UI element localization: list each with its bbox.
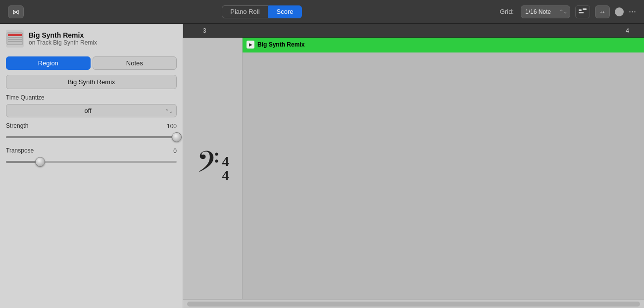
time-quantize-select[interactable]: off 1/4 1/8 1/16 [6, 104, 177, 117]
left-panel: Big Synth Remix on Track Big Synth Remix… [0, 24, 183, 308]
piano-roll-button[interactable]: Piano Roll [222, 5, 268, 18]
transpose-label: Transpose [6, 147, 34, 154]
grid-label: Grid: [500, 8, 514, 15]
time-sig-top: 4 [222, 154, 229, 168]
grid-select-wrapper: 1/4 Note 1/8 Note 1/16 Note 1/32 Note ⌃⌄ [521, 5, 570, 18]
svg-rect-0 [579, 9, 582, 11]
ruler: 3 4 [183, 24, 644, 38]
tab-row: Region Notes [6, 56, 177, 70]
pin-button[interactable]: ⋈ [8, 5, 24, 18]
region-info: Big Synth Remix on Track Big Synth Remix [6, 30, 177, 51]
top-toolbar: ⋈ Piano Roll Score Grid: 1/4 Note 1/8 No… [0, 0, 644, 24]
transpose-slider-container [6, 157, 177, 167]
transpose-header: Transpose 0 [6, 147, 177, 155]
toolbar-center: Piano Roll Score [222, 5, 301, 18]
region-play-icon: ▶ [247, 41, 254, 49]
strength-slider-fill [6, 136, 177, 138]
name-button[interactable]: Big Synth Remix [6, 75, 177, 89]
ruler-marker-3: 3 [203, 27, 206, 34]
resize-notes-icon [578, 7, 587, 16]
svg-rect-4 [8, 34, 22, 36]
time-sig-bottom: 4 [222, 168, 229, 182]
toolbar-left: ⋈ [8, 5, 24, 18]
transpose-slider-thumb[interactable] [35, 157, 45, 167]
region-subtitle: on Track Big Synth Remix [29, 39, 97, 46]
score-area: 3 4 𝄢 4 4 ▶ Big Synth Remix [183, 24, 644, 308]
tab-notes-button[interactable]: Notes [93, 56, 177, 70]
strength-slider-track [6, 136, 177, 138]
bottom-scrollbar [183, 299, 644, 308]
score-row: 𝄢 4 4 ▶ Big Synth Remix [183, 38, 644, 299]
region-title: Big Synth Remix [29, 31, 97, 39]
region-header-bar: ▶ Big Synth Remix [243, 38, 644, 51]
strength-value: 100 [167, 123, 177, 130]
expand-icon: ↔ [599, 8, 606, 16]
tab-region-button[interactable]: Region [6, 56, 91, 70]
strength-row: Strength 100 [6, 122, 177, 142]
region-name-label: Big Synth Remix [257, 41, 304, 48]
scrollbar-track[interactable] [187, 302, 640, 307]
score-content[interactable] [243, 51, 644, 52]
time-quantize-select-wrapper: off 1/4 1/8 1/16 ⌃⌄ [6, 104, 177, 117]
clef-margin: 𝄢 4 4 [183, 38, 243, 299]
circle-button[interactable] [615, 7, 624, 16]
ruler-marker-4: 4 [626, 27, 629, 34]
more-options-button[interactable]: ··· [629, 6, 636, 17]
region-text: Big Synth Remix on Track Big Synth Remix [29, 31, 97, 46]
pin-icon: ⋈ [12, 8, 19, 16]
transpose-value: 0 [173, 148, 177, 154]
region-icon [6, 30, 24, 48]
strength-label: Strength [6, 122, 28, 129]
time-signature: 4 4 [222, 154, 229, 182]
main-content: Big Synth Remix on Track Big Synth Remix… [0, 24, 644, 308]
time-quantize-row: Time Quantize off 1/4 1/8 1/16 ⌃⌄ [6, 94, 177, 117]
grid-select[interactable]: 1/4 Note 1/8 Note 1/16 Note 1/32 Note [521, 5, 570, 18]
notation-area: ▶ Big Synth Remix [243, 38, 644, 299]
expand-button[interactable]: ↔ [595, 5, 610, 18]
transpose-row: Transpose 0 [6, 147, 177, 167]
strength-slider-container [6, 132, 177, 142]
strength-slider-thumb[interactable] [172, 132, 182, 142]
svg-rect-2 [579, 12, 584, 13]
resize-notes-button[interactable] [575, 5, 590, 18]
score-button[interactable]: Score [268, 5, 302, 18]
bass-clef-symbol: 𝄢 [197, 148, 219, 184]
strength-header: Strength 100 [6, 122, 177, 130]
svg-rect-1 [583, 8, 587, 10]
time-quantize-label: Time Quantize [6, 94, 177, 101]
transpose-slider-track [6, 161, 177, 163]
toolbar-right: Grid: 1/4 Note 1/8 Note 1/16 Note 1/32 N… [500, 5, 636, 18]
